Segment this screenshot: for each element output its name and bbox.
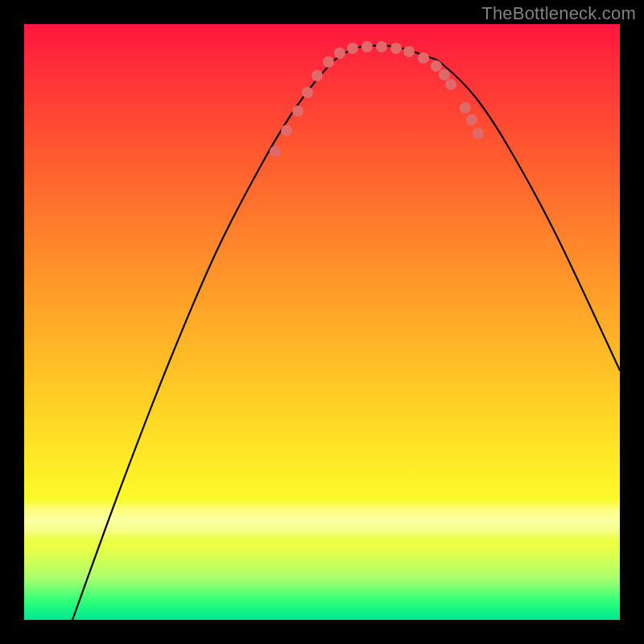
trough-marker <box>323 56 334 68</box>
trough-marker <box>390 43 402 54</box>
watermark-text: TheBottleneck.com <box>481 3 636 24</box>
trough-marker <box>439 69 450 80</box>
curve-svg <box>24 24 620 620</box>
trough-marker <box>403 46 415 57</box>
trough-marker <box>376 41 387 52</box>
trough-marker <box>466 114 477 126</box>
trough-marker <box>473 128 484 139</box>
trough-marker <box>292 105 303 117</box>
plot-frame <box>24 24 620 620</box>
trough-marker <box>431 60 442 72</box>
trough-marker <box>418 52 429 64</box>
trough-marker <box>347 43 358 54</box>
trough-marker <box>270 146 281 157</box>
trough-marker <box>460 102 471 114</box>
trough-marker <box>312 70 323 81</box>
trough-marker <box>445 79 456 90</box>
trough-marker <box>334 47 345 59</box>
trough-marker <box>281 125 292 136</box>
trough-marker <box>361 41 373 52</box>
trough-marker <box>302 87 313 98</box>
bottleneck-curve <box>72 46 620 620</box>
